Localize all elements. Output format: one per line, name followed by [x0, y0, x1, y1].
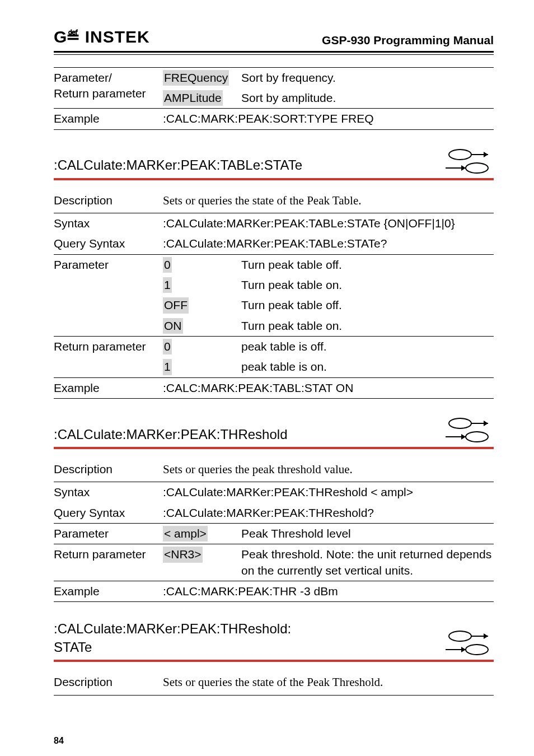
set-query-icon	[438, 148, 494, 175]
section-rule	[54, 660, 494, 662]
example-text: :CALC:MARK:PEAK:THR -3 dBm	[163, 581, 494, 602]
svg-marker-14	[484, 633, 488, 639]
section-title: :CALCulate:MARKer:PEAK:THReshold: STATe	[54, 620, 291, 656]
label-query-syntax: Query Syntax	[54, 503, 163, 524]
label-parameter: Parameter	[54, 254, 163, 336]
example-val: :CALC:MARK:PEAK:SORT:TYPE FREQ	[163, 109, 494, 129]
doc-title: GSP-930 Programming Manual	[322, 32, 494, 48]
brand-logo: G≝ INSTEK	[54, 26, 150, 49]
ret-1-val: peak table is on.	[241, 357, 494, 377]
ret-0-val: peak table is off.	[241, 336, 494, 357]
param-ampl: AMPLitude	[163, 90, 223, 106]
section-head-threshold-state: :CALCulate:MARKer:PEAK:THReshold: STATe	[54, 620, 494, 660]
page-number: 84	[54, 735, 494, 747]
section-title: :CALCulate:MARKer:PEAK:TABLe:STATe	[54, 156, 302, 174]
example-text: :CALC:MARK:PEAK:TABL:STAT ON	[163, 377, 494, 398]
section-head-table-state: :CALCulate:MARKer:PEAK:TABLe:STATe	[54, 148, 494, 178]
svg-marker-5	[461, 165, 466, 171]
label-syntax: Syntax	[54, 482, 163, 503]
svg-marker-17	[461, 647, 466, 652]
label-parameter: Parameter/	[54, 71, 112, 84]
label-syntax: Syntax	[54, 213, 163, 234]
set-query-icon	[438, 629, 494, 656]
val-freq: Sort by frequency.	[241, 67, 494, 88]
label-return-parameter: Return parameter	[54, 544, 163, 581]
qsyntax-text: :CALCulate:MARKer:PEAK:THReshold?	[163, 503, 494, 524]
param-off-val: Turn peak table off.	[241, 295, 494, 315]
param-0: 0	[163, 257, 172, 273]
svg-point-0	[449, 150, 471, 160]
qsyntax-text: :CALCulate:MARKer:PEAK:TABLe:STATe?	[163, 234, 494, 254]
label-return-parameter: Return parameter	[54, 336, 163, 377]
ret-nr3-val: Peak threshold. Note: the unit returned …	[241, 544, 494, 581]
param-ampl: < ampl>	[163, 526, 208, 542]
param-1-val: Turn peak table on.	[241, 275, 494, 295]
label-example: Example	[54, 377, 163, 398]
block-parameter-return: Parameter/ Return parameter FREQuency So…	[54, 67, 494, 130]
title-line1: :CALCulate:MARKer:PEAK:THReshold:	[54, 621, 291, 636]
val-ampl: Sort by amplitude.	[241, 88, 494, 109]
sec3-table: Description Sets or queries the state of…	[54, 670, 494, 695]
param-1: 1	[163, 277, 172, 293]
page-header: G≝ INSTEK GSP-930 Programming Manual	[54, 26, 494, 53]
ret-nr3: <NR3>	[163, 547, 203, 562]
section-head-threshold: :CALCulate:MARKer:PEAK:THReshold	[54, 417, 494, 447]
desc-text: Sets or queries the state of the Peak Ta…	[163, 188, 494, 213]
sec2-table: Description Sets or queries the peak thr…	[54, 457, 494, 602]
svg-marker-2	[484, 152, 488, 157]
title-line2: STATe	[54, 640, 92, 655]
param-freq: FREQuency	[163, 70, 229, 86]
param-on-val: Turn peak table on.	[241, 316, 494, 337]
param-ampl-val: Peak Threshold level	[241, 524, 494, 544]
section-rule	[54, 447, 494, 449]
sec1-table: Description Sets or queries the state of…	[54, 188, 494, 399]
svg-marker-11	[461, 434, 466, 440]
label-description: Description	[54, 457, 163, 482]
label-description: Description	[54, 188, 163, 213]
param-off: OFF	[163, 297, 189, 313]
header-rule-thin	[54, 54, 494, 55]
section-rule	[54, 178, 494, 180]
svg-point-9	[466, 432, 488, 442]
svg-point-3	[466, 163, 488, 173]
label-example: Example	[54, 109, 163, 129]
svg-point-12	[449, 631, 471, 641]
section-title: :CALCulate:MARKer:PEAK:THReshold	[54, 426, 288, 444]
set-query-icon	[438, 417, 494, 444]
svg-point-6	[449, 418, 471, 428]
label-parameter: Parameter	[54, 524, 163, 544]
label-example: Example	[54, 581, 163, 602]
label-description: Description	[54, 670, 163, 695]
svg-point-15	[466, 645, 488, 655]
param-on: ON	[163, 318, 183, 334]
ret-1: 1	[163, 359, 172, 375]
label-query-syntax: Query Syntax	[54, 234, 163, 254]
svg-marker-8	[484, 421, 488, 426]
desc-text: Sets or queries the state of the Peak Th…	[163, 670, 494, 695]
ret-0: 0	[163, 339, 172, 354]
syntax-text: :CALCulate:MARKer:PEAK:TABLe:STATe {ON|O…	[163, 213, 494, 234]
desc-text: Sets or queries the peak threshold value…	[163, 457, 494, 482]
label-return-parameter: Return parameter	[54, 87, 146, 100]
param-0-val: Turn peak table off.	[241, 254, 494, 275]
syntax-text: :CALCulate:MARKer:PEAK:THReshold < ampl>	[163, 482, 494, 503]
